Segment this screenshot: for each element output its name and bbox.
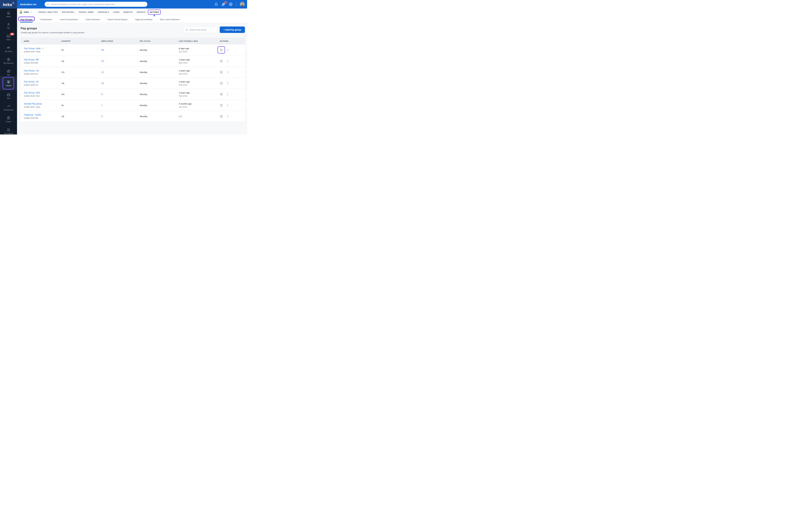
nav-item-reports[interactable]: REPORTS	[137, 8, 145, 16]
last-run-date: Feb 2024	[179, 73, 220, 75]
nav-item-run-payroll[interactable]: RUN PAYROLL	[62, 8, 75, 16]
module-navbar: India PAYROLL ANALYTICS RUN PAYROLL PAYR…	[17, 8, 247, 23]
row-more-menu-icon[interactable]	[226, 49, 229, 51]
row-more-menu-icon[interactable]	[226, 115, 229, 118]
row-settings-gear-icon[interactable]	[220, 115, 223, 118]
sidebar-item-home[interactable]: Home	[0, 11, 17, 18]
last-payroll-run-cell: N/A	[179, 115, 220, 118]
pay-group-link[interactable]: Paygroup - Dubai	[24, 114, 41, 116]
actions-cell	[220, 60, 245, 63]
employees-count-link[interactable]: 0	[101, 115, 103, 118]
pay-group-link[interactable]: Sample Pay group	[24, 102, 42, 105]
sidebar-item-me[interactable]: Me	[0, 22, 17, 29]
pay-cycle-cell: Monthly	[140, 60, 179, 62]
trend-icon	[0, 104, 17, 108]
sidebar-item-label: Hire	[0, 97, 17, 99]
india-flag-icon	[19, 11, 22, 14]
last-run-relative: 2 years ago	[179, 70, 220, 72]
pay-group-link[interactable]: Pay Group- UK	[24, 80, 39, 83]
sidebar-item-project[interactable]: Project	[0, 116, 17, 122]
tab-notice-period-buyout[interactable]: Notice Period Buyout	[107, 16, 127, 23]
sidebar-item-label: My Finances	[0, 62, 17, 64]
pay-group-search-input[interactable]	[183, 26, 217, 33]
tab-components[interactable]: Components	[40, 16, 52, 23]
column-header-employees: EMPLOYEES	[101, 40, 140, 42]
legal-entity: Golden Bolt- India	[24, 106, 61, 108]
sidebar-item-label: Me	[0, 27, 17, 29]
sidebar-item-performance[interactable]: Performance	[0, 104, 17, 111]
keka-logo[interactable]: keka	[0, 0, 17, 8]
pay-group-link[interactable]: Pay Group- India	[24, 47, 40, 50]
nav-item-payroll-admin[interactable]: PAYROLL ADMIN	[79, 8, 94, 16]
notifications-bell-icon[interactable]	[215, 2, 218, 6]
last-payroll-run-cell: 2 years ago Feb 2024	[179, 81, 220, 86]
row-more-menu-icon[interactable]	[226, 93, 229, 96]
nav-item-payroll-analytics[interactable]: PAYROLL ANALYTICS	[38, 8, 58, 16]
employees-count-link[interactable]: 83	[101, 49, 104, 51]
row-more-menu-icon[interactable]	[226, 104, 229, 106]
sidebar-item-my-finances[interactable]: My Finances	[0, 58, 17, 64]
row-settings-gear-icon[interactable]	[220, 93, 223, 96]
rocket-notification-dot	[225, 2, 226, 3]
row-settings-gear-icon[interactable]	[220, 82, 223, 85]
sidebar-item-org[interactable]: Org	[0, 69, 17, 76]
home-icon	[0, 11, 17, 15]
sidebar-item-inbox[interactable]: 82 Inbox	[0, 34, 17, 40]
user-avatar[interactable]	[240, 2, 244, 7]
briefcase-icon	[0, 93, 17, 97]
row-more-menu-icon[interactable]	[226, 60, 229, 62]
tab-approval-workflow[interactable]: Approval workflow	[135, 16, 152, 23]
row-more-menu-icon[interactable]	[226, 82, 229, 84]
row-settings-gear-icon[interactable]	[220, 104, 223, 107]
page-title: Pay groups	[21, 27, 37, 30]
employees-count-link[interactable]: 22	[101, 82, 104, 84]
sidebar-item-my-team[interactable]: My Team	[0, 46, 17, 52]
legal-entity: Golden Bolt- SEA	[24, 95, 61, 97]
name-cell: Sample Pay group Golden Bolt- India	[21, 102, 61, 108]
last-run-date: Jan 2024	[179, 106, 220, 108]
region-selector[interactable]: India	[18, 9, 36, 15]
actions-cell	[220, 48, 245, 52]
dollar-circle-icon	[0, 58, 17, 61]
employees-count-link[interactable]: 8	[101, 93, 103, 96]
sidebar-item-label: Inbox	[0, 39, 17, 40]
sidebar-item-time-attend[interactable]: Time Attend	[0, 128, 17, 135]
sidebar-item-label: Org	[0, 74, 17, 76]
table-row: Pay Group- UK Golden Bolt-UK UK 22 Month…	[21, 78, 245, 88]
inbox-count-badge: 82	[10, 33, 14, 36]
row-settings-gear-icon[interactable]	[220, 71, 223, 74]
tab-sick-leave-payment[interactable]: Sick Leave Payment	[160, 16, 179, 23]
tab-leave-encashment[interactable]: Leave Encashment	[60, 16, 78, 23]
tab-leave-advance[interactable]: Leave Advance	[85, 16, 100, 23]
pay-group-link[interactable]: Pay Group- US	[24, 70, 39, 72]
global-search-input[interactable]	[45, 2, 147, 7]
nav-item-loans[interactable]: LOANS	[113, 8, 120, 16]
add-pay-group-button[interactable]: + Add Pay group	[220, 26, 245, 33]
tab-pay-groups[interactable]: Pay Groups	[20, 16, 33, 23]
favorite-star-icon[interactable]	[42, 47, 44, 50]
employees-count-link[interactable]: 21	[101, 71, 104, 74]
whats-new-rocket-icon[interactable]	[222, 2, 225, 6]
sidebar-item-payroll[interactable]: Payroll	[0, 80, 17, 86]
row-settings-gear-icon[interactable]	[220, 60, 223, 63]
pay-cycle-cell: Monthly	[140, 115, 179, 118]
nav-item-settings[interactable]: SETTINGS	[150, 8, 159, 16]
main-content: Pay groups Create pay groups for various…	[17, 23, 247, 135]
settings-gear-icon[interactable]	[229, 2, 233, 6]
row-more-menu-icon[interactable]	[226, 71, 229, 74]
name-cell: Pay Group- UK Golden Bolt-UK	[21, 80, 61, 86]
table-row: Pay Group- India Golden Bolt- India IN 8…	[21, 44, 245, 56]
keka-logo-spark-icon	[12, 2, 14, 4]
sidebar-item-hire[interactable]: Hire	[0, 93, 17, 99]
nav-item-benefits[interactable]: BENEFITS	[123, 8, 133, 16]
actions-cell	[220, 104, 245, 107]
country-cell: AE	[61, 60, 101, 62]
row-settings-gear-icon[interactable]	[220, 48, 223, 52]
nav-item-approvals[interactable]: APPROVALS	[98, 8, 109, 16]
employees-count-link[interactable]: 2	[101, 104, 103, 106]
pay-group-link[interactable]: Pay Group- ME	[24, 58, 39, 61]
column-header-name: NAME	[21, 40, 61, 42]
employees-count-link[interactable]: 25	[101, 60, 104, 62]
sidebar-item-label: Project	[0, 121, 17, 122]
pay-group-link[interactable]: Pay Group- SEA	[24, 92, 40, 94]
